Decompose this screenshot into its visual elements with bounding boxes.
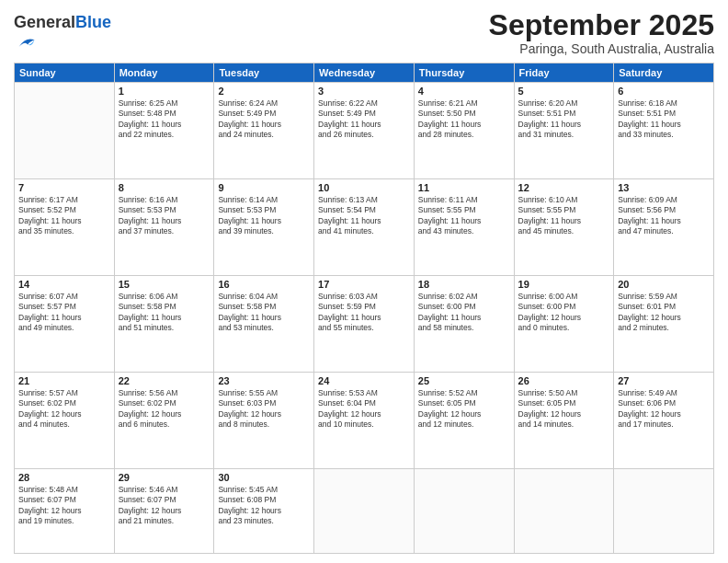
day-number: 1: [119, 86, 210, 97]
logo-text: GeneralBlue: [14, 13, 111, 57]
day-number: 15: [119, 279, 210, 290]
day-info: Sunrise: 5:48 AM Sunset: 6:07 PM Dayligh…: [18, 485, 110, 527]
day-info: Sunrise: 6:07 AM Sunset: 5:57 PM Dayligh…: [18, 292, 110, 334]
calendar-cell: 21Sunrise: 5:57 AM Sunset: 6:02 PM Dayli…: [15, 372, 115, 468]
day-number: 29: [119, 472, 210, 483]
day-info: Sunrise: 6:22 AM Sunset: 5:49 PM Dayligh…: [318, 98, 410, 141]
day-number: 27: [618, 375, 710, 386]
day-number: 8: [119, 182, 210, 193]
days-of-week-row: SundayMondayTuesdayWednesdayThursdayFrid…: [15, 63, 714, 82]
day-number: 20: [618, 279, 710, 290]
week-row-0: 1Sunrise: 6:25 AM Sunset: 5:48 PM Daylig…: [15, 82, 714, 178]
calendar-cell: 25Sunrise: 5:52 AM Sunset: 6:05 PM Dayli…: [414, 372, 514, 468]
calendar-cell: 22Sunrise: 5:56 AM Sunset: 6:02 PM Dayli…: [114, 372, 214, 468]
day-info: Sunrise: 6:17 AM Sunset: 5:52 PM Dayligh…: [18, 195, 110, 237]
title-block: September 2025 Paringa, South Australia,…: [489, 9, 714, 56]
day-number: 14: [18, 279, 110, 290]
day-header-friday: Friday: [514, 63, 614, 82]
calendar-cell: 4Sunrise: 6:21 AM Sunset: 5:50 PM Daylig…: [414, 82, 514, 178]
calendar-body: 1Sunrise: 6:25 AM Sunset: 5:48 PM Daylig…: [15, 82, 714, 553]
calendar-cell: 17Sunrise: 6:03 AM Sunset: 5:59 PM Dayli…: [314, 275, 415, 372]
day-info: Sunrise: 6:24 AM Sunset: 5:49 PM Dayligh…: [218, 98, 310, 141]
calendar-cell: 19Sunrise: 6:00 AM Sunset: 6:00 PM Dayli…: [514, 275, 614, 372]
day-number: 13: [618, 182, 710, 193]
day-info: Sunrise: 5:49 AM Sunset: 6:06 PM Dayligh…: [618, 388, 710, 431]
day-info: Sunrise: 6:10 AM Sunset: 5:55 PM Dayligh…: [518, 195, 610, 237]
day-info: Sunrise: 6:11 AM Sunset: 5:55 PM Dayligh…: [418, 195, 510, 237]
day-info: Sunrise: 5:53 AM Sunset: 6:04 PM Dayligh…: [318, 388, 410, 431]
day-number: 2: [218, 86, 310, 97]
day-number: 23: [218, 375, 310, 386]
calendar-cell: [314, 468, 415, 553]
day-info: Sunrise: 6:13 AM Sunset: 5:54 PM Dayligh…: [318, 195, 410, 237]
calendar-cell: 12Sunrise: 6:10 AM Sunset: 5:55 PM Dayli…: [514, 178, 614, 275]
calendar-cell: 24Sunrise: 5:53 AM Sunset: 6:04 PM Dayli…: [314, 372, 415, 468]
header: GeneralBlue September 2025 Paringa, Sout…: [14, 9, 714, 57]
day-info: Sunrise: 6:16 AM Sunset: 5:53 PM Dayligh…: [119, 195, 210, 237]
day-info: Sunrise: 5:45 AM Sunset: 6:08 PM Dayligh…: [218, 485, 310, 527]
logo: GeneralBlue: [14, 13, 111, 57]
calendar-cell: 11Sunrise: 6:11 AM Sunset: 5:55 PM Dayli…: [414, 178, 514, 275]
calendar-cell: 7Sunrise: 6:17 AM Sunset: 5:52 PM Daylig…: [15, 178, 115, 275]
day-info: Sunrise: 5:57 AM Sunset: 6:02 PM Dayligh…: [18, 388, 110, 431]
day-info: Sunrise: 6:20 AM Sunset: 5:51 PM Dayligh…: [518, 98, 610, 141]
day-number: 18: [418, 279, 510, 290]
day-number: 6: [618, 86, 710, 97]
calendar-cell: [614, 468, 714, 553]
day-number: 26: [518, 375, 610, 386]
month-title: September 2025: [489, 9, 714, 41]
calendar-table: SundayMondayTuesdayWednesdayThursdayFrid…: [14, 63, 714, 554]
calendar-cell: [15, 82, 115, 178]
day-number: 25: [418, 375, 510, 386]
page: GeneralBlue September 2025 Paringa, Sout…: [0, 0, 728, 563]
calendar-cell: 8Sunrise: 6:16 AM Sunset: 5:53 PM Daylig…: [114, 178, 214, 275]
day-info: Sunrise: 6:18 AM Sunset: 5:51 PM Dayligh…: [618, 98, 710, 141]
day-info: Sunrise: 5:52 AM Sunset: 6:05 PM Dayligh…: [418, 388, 510, 431]
day-number: 12: [518, 182, 610, 193]
calendar-cell: 18Sunrise: 6:02 AM Sunset: 6:00 PM Dayli…: [414, 275, 514, 372]
day-info: Sunrise: 6:03 AM Sunset: 5:59 PM Dayligh…: [318, 292, 410, 334]
day-number: 30: [218, 472, 310, 483]
day-number: 3: [318, 86, 410, 97]
location: Paringa, South Australia, Australia: [489, 41, 714, 56]
day-info: Sunrise: 6:06 AM Sunset: 5:58 PM Dayligh…: [119, 292, 210, 334]
calendar-cell: [514, 468, 614, 553]
day-number: 4: [418, 86, 510, 97]
calendar-cell: 20Sunrise: 5:59 AM Sunset: 6:01 PM Dayli…: [614, 275, 714, 372]
day-number: 17: [318, 279, 410, 290]
day-header-wednesday: Wednesday: [314, 63, 415, 82]
day-number: 22: [119, 375, 210, 386]
day-header-tuesday: Tuesday: [214, 63, 314, 82]
day-info: Sunrise: 5:59 AM Sunset: 6:01 PM Dayligh…: [618, 292, 710, 334]
day-number: 11: [418, 182, 510, 193]
calendar-cell: 27Sunrise: 5:49 AM Sunset: 6:06 PM Dayli…: [614, 372, 714, 468]
day-info: Sunrise: 6:04 AM Sunset: 5:58 PM Dayligh…: [218, 292, 310, 334]
week-row-1: 7Sunrise: 6:17 AM Sunset: 5:52 PM Daylig…: [15, 178, 714, 275]
day-info: Sunrise: 5:56 AM Sunset: 6:02 PM Dayligh…: [119, 388, 210, 431]
logo-bird-icon: [16, 33, 36, 53]
day-number: 16: [218, 279, 310, 290]
week-row-4: 28Sunrise: 5:48 AM Sunset: 6:07 PM Dayli…: [15, 468, 714, 553]
day-info: Sunrise: 6:02 AM Sunset: 6:00 PM Dayligh…: [418, 292, 510, 334]
calendar-header: SundayMondayTuesdayWednesdayThursdayFrid…: [15, 63, 714, 82]
calendar-cell: 6Sunrise: 6:18 AM Sunset: 5:51 PM Daylig…: [614, 82, 714, 178]
day-number: 10: [318, 182, 410, 193]
calendar-cell: 29Sunrise: 5:46 AM Sunset: 6:07 PM Dayli…: [114, 468, 214, 553]
calendar-cell: [414, 468, 514, 553]
day-info: Sunrise: 5:55 AM Sunset: 6:03 PM Dayligh…: [218, 388, 310, 431]
day-info: Sunrise: 6:21 AM Sunset: 5:50 PM Dayligh…: [418, 98, 510, 141]
calendar-cell: 3Sunrise: 6:22 AM Sunset: 5:49 PM Daylig…: [314, 82, 415, 178]
calendar-cell: 15Sunrise: 6:06 AM Sunset: 5:58 PM Dayli…: [114, 275, 214, 372]
calendar-cell: 28Sunrise: 5:48 AM Sunset: 6:07 PM Dayli…: [15, 468, 115, 553]
calendar-cell: 2Sunrise: 6:24 AM Sunset: 5:49 PM Daylig…: [214, 82, 314, 178]
day-info: Sunrise: 6:14 AM Sunset: 5:53 PM Dayligh…: [218, 195, 310, 237]
calendar-cell: 9Sunrise: 6:14 AM Sunset: 5:53 PM Daylig…: [214, 178, 314, 275]
logo-general: General: [14, 13, 75, 31]
calendar-cell: 1Sunrise: 6:25 AM Sunset: 5:48 PM Daylig…: [114, 82, 214, 178]
calendar-cell: 5Sunrise: 6:20 AM Sunset: 5:51 PM Daylig…: [514, 82, 614, 178]
day-number: 5: [518, 86, 610, 97]
calendar-cell: 16Sunrise: 6:04 AM Sunset: 5:58 PM Dayli…: [214, 275, 314, 372]
day-number: 24: [318, 375, 410, 386]
day-info: Sunrise: 6:25 AM Sunset: 5:48 PM Dayligh…: [119, 98, 210, 141]
calendar-cell: 14Sunrise: 6:07 AM Sunset: 5:57 PM Dayli…: [15, 275, 115, 372]
